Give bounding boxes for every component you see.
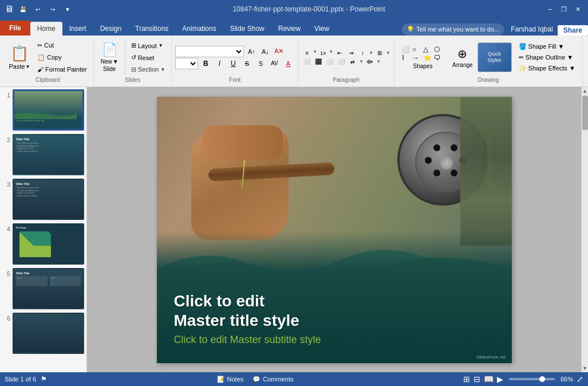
- font-size-select[interactable]: [175, 58, 198, 69]
- slide-num-5: 5: [2, 268, 10, 277]
- new-slide-button[interactable]: 📄 New ▼ Slide: [97, 40, 122, 74]
- char-spacing-button[interactable]: AV: [268, 58, 281, 69]
- font-grow-button[interactable]: A↑: [245, 46, 258, 57]
- layout-label: Layout: [138, 42, 157, 49]
- slide-thumb-2[interactable]: 2 Slide Title • Some Efficient Presentat…: [2, 134, 84, 175]
- reading-view-button[interactable]: 📖: [484, 375, 494, 384]
- tab-home[interactable]: Home: [30, 22, 62, 36]
- slide-panel: 1 Click to editMaster title styleClick t…: [0, 87, 87, 372]
- fit-to-window-button[interactable]: ⤢: [577, 375, 583, 384]
- scroll-up-button[interactable]: ▲: [582, 87, 589, 95]
- shape-fill-button[interactable]: 🪣 Shape Fill ▼: [515, 42, 579, 52]
- tab-file[interactable]: File: [0, 21, 30, 36]
- line-spacing-arrow[interactable]: ▼: [369, 50, 373, 56]
- slide-thumb-4[interactable]: 4 Pie Chart: [2, 223, 84, 265]
- drawing-content: ⬜ ○ △ ⬡ ⌇ → ⭐ 🗨 Shapes ⊕ Arrange QuickSt…: [398, 38, 579, 77]
- accessibility-icon[interactable]: ⚑: [41, 375, 47, 383]
- cut-button[interactable]: ✂ Cut: [34, 40, 90, 50]
- line-spacing-button[interactable]: ↕: [357, 49, 368, 57]
- bullets-arrow[interactable]: ▼: [313, 49, 317, 57]
- slide-canvas[interactable]: Click to edit Master title style Click t…: [157, 97, 512, 363]
- tab-design[interactable]: Design: [93, 22, 128, 36]
- layout-button[interactable]: ⊞ Layout ▼: [128, 41, 168, 51]
- slide-thumb-5[interactable]: 5 Slide Title Col 1------ Col 2------: [2, 268, 84, 309]
- comments-button[interactable]: 💬 Comments: [252, 376, 293, 383]
- numbering-arrow[interactable]: ▼: [329, 49, 333, 57]
- tab-insert[interactable]: Insert: [62, 22, 93, 36]
- numbering-button[interactable]: 1≡: [318, 49, 328, 57]
- vertical-scrollbar[interactable]: ▲ ▼: [581, 87, 588, 372]
- tell-me-input[interactable]: 💡 Tell me what you want to do...: [402, 23, 504, 36]
- align-left-button[interactable]: ⬜: [302, 58, 312, 66]
- convert-to-smartart-button[interactable]: ⟴: [365, 58, 375, 66]
- share-button[interactable]: Share: [558, 25, 588, 36]
- italic-button[interactable]: I: [213, 58, 226, 69]
- columns-button[interactable]: ⊞: [374, 49, 385, 57]
- bullets-button[interactable]: ≡: [302, 49, 312, 57]
- font-shrink-button[interactable]: A↓: [259, 46, 271, 57]
- arrange-button[interactable]: ⊕ Arrange: [449, 40, 476, 74]
- thumb1-wave: [14, 108, 83, 119]
- slide-thumb-1[interactable]: 1 Click to editMaster title styleClick t…: [2, 89, 84, 131]
- slide-img-4[interactable]: Pie Chart: [13, 223, 84, 265]
- shapes-button[interactable]: ⬜ ○ △ ⬡ ⌇ → ⭐ 🗨 Shapes: [398, 40, 448, 74]
- format-painter-button[interactable]: 🖌 Format Painter: [34, 64, 90, 74]
- align-center-button[interactable]: ⬛: [313, 58, 323, 66]
- customize-qat-button[interactable]: ▼: [62, 3, 73, 15]
- undo-button[interactable]: ↩: [32, 3, 44, 15]
- shape-effects-button[interactable]: ✨ Shape Effects ▼: [515, 64, 579, 73]
- quick-styles-button[interactable]: QuickStyles: [477, 42, 512, 72]
- bold-button[interactable]: B: [199, 58, 212, 69]
- smartart-arrow[interactable]: ▼: [376, 59, 381, 64]
- slide-img-3[interactable]: Slide Title • Some Efficient Presentatio…: [13, 179, 84, 220]
- font-color-button[interactable]: A: [282, 58, 294, 69]
- slide-img-6[interactable]: [13, 313, 84, 354]
- slide-text-area[interactable]: Click to edit Master title style Click t…: [174, 292, 321, 345]
- normal-view-button[interactable]: ⊞: [463, 375, 470, 384]
- restore-button[interactable]: ❐: [558, 3, 570, 15]
- columns-arrow[interactable]: ▼: [386, 50, 390, 56]
- zoom-slider[interactable]: [509, 378, 555, 380]
- scroll-track[interactable]: [582, 95, 588, 364]
- shape-outline-label: Shape Outline ▼: [526, 54, 574, 61]
- reset-button[interactable]: ↺ Reset: [128, 53, 168, 63]
- shadow-button[interactable]: S: [254, 58, 267, 69]
- slide-img-5[interactable]: Slide Title Col 1------ Col 2------: [13, 268, 84, 309]
- zoom-thumb[interactable]: [539, 376, 545, 382]
- close-button[interactable]: ✕: [572, 3, 583, 15]
- direction-arrow[interactable]: ▼: [359, 59, 364, 64]
- tab-slideshow[interactable]: Slide Show: [223, 22, 271, 36]
- font-name-select[interactable]: [175, 46, 244, 57]
- justify-button[interactable]: ⬜: [336, 58, 346, 66]
- slideshow-button[interactable]: ▶: [497, 375, 503, 384]
- slide-img-1[interactable]: Click to editMaster title styleClick to …: [13, 89, 84, 131]
- shape-outline-button[interactable]: ✏ Shape Outline ▼: [515, 53, 579, 62]
- text-direction-button[interactable]: ⇄: [348, 58, 358, 66]
- align-right-button[interactable]: ⬜: [325, 58, 335, 66]
- tab-review[interactable]: Review: [271, 22, 307, 36]
- underline-button[interactable]: U: [227, 58, 239, 69]
- slide-img-2[interactable]: Slide Title • Some Efficient Presentatio…: [13, 134, 84, 175]
- slide-thumb-3[interactable]: 3 Slide Title • Some Efficient Presentat…: [2, 179, 84, 220]
- save-button[interactable]: 💾: [17, 3, 29, 15]
- minimize-button[interactable]: ─: [544, 3, 556, 15]
- redo-button[interactable]: ↪: [47, 3, 58, 15]
- strikethrough-button[interactable]: S: [240, 58, 253, 69]
- slide-sorter-button[interactable]: ⊟: [473, 375, 480, 384]
- tab-animations[interactable]: Animations: [175, 22, 223, 36]
- slide-thumb-6[interactable]: 6: [2, 313, 84, 354]
- status-left: Slide 1 of 6 ⚑: [5, 375, 47, 383]
- scroll-down-button[interactable]: ▼: [582, 364, 589, 372]
- status-bar: Slide 1 of 6 ⚑ 📝 Notes 💬 Comments ⊞ ⊟ 📖 …: [0, 372, 588, 386]
- notes-button[interactable]: 📝 Notes: [217, 376, 244, 383]
- section-button[interactable]: ⊟ Section ▼: [128, 65, 168, 74]
- increase-indent-button[interactable]: ⇥: [346, 49, 356, 57]
- decrease-indent-button[interactable]: ⇤: [334, 49, 345, 57]
- paste-button[interactable]: 📋 Paste ▼: [6, 40, 33, 74]
- copy-button[interactable]: 📋 Copy: [34, 52, 90, 62]
- clear-formatting-button[interactable]: A✕: [273, 46, 285, 57]
- new-slide-dropdown-icon: ▼: [113, 58, 119, 65]
- tab-transitions[interactable]: Transitions: [128, 22, 175, 36]
- scroll-thumb[interactable]: [582, 96, 588, 130]
- tab-view[interactable]: View: [307, 22, 336, 36]
